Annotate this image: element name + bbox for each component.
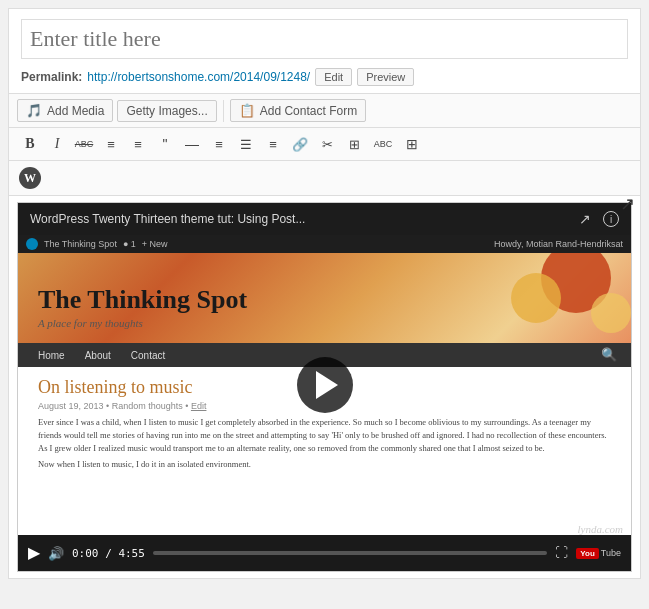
video-title: WordPress Twenty Thirteen theme tut: Usi… (30, 212, 305, 226)
play-triangle-icon (316, 371, 338, 399)
total-time: 4:55 (118, 547, 145, 560)
edit-permalink-button[interactable]: Edit (315, 68, 352, 86)
blog-nav-links: Home About Contact (28, 345, 175, 366)
strikethrough-button[interactable]: ABC (71, 132, 97, 156)
nav-about[interactable]: About (75, 345, 121, 366)
blog-post-text: Ever since I was a child, when I listen … (38, 416, 611, 454)
add-media-button[interactable]: 🎵 Add Media (17, 99, 113, 122)
time-separator: / (105, 547, 118, 560)
bold-button[interactable]: B (17, 132, 43, 156)
admin-bar-right: Howdy, Motian Rand-Hendriksat (494, 239, 623, 249)
unlink-button[interactable]: ✂ (314, 132, 340, 156)
video-controls-bar: ▶ 🔊 0:00 / 4:55 ⛶ You Tube (18, 535, 631, 571)
admin-bar: The Thinking Spot ● 1 + New Howdy, Motia… (18, 235, 631, 253)
italic-button[interactable]: I (44, 132, 70, 156)
admin-comment-count: ● 1 (123, 239, 136, 249)
toolbar-row-1: 🎵 Add Media Getty Images... 📋 Add Contac… (9, 93, 640, 128)
youtube-badge: You Tube (576, 548, 621, 559)
video-preview-container: WordPress Twenty Thirteen theme tut: Usi… (17, 202, 632, 572)
decorative-circle-3 (591, 293, 631, 333)
youtube-icon: You (576, 548, 599, 559)
ol-list-button[interactable]: ≡ (125, 132, 151, 156)
blockquote-button[interactable]: " (152, 132, 178, 156)
ul-list-button[interactable]: ≡ (98, 132, 124, 156)
preview-button[interactable]: Preview (357, 68, 414, 86)
blog-header: The Thinking Spot A place for my thought… (18, 253, 631, 343)
add-contact-form-button[interactable]: 📋 Add Contact Form (230, 99, 366, 122)
hr-button[interactable]: — (179, 132, 205, 156)
title-input[interactable] (21, 19, 628, 59)
insert-button[interactable]: ⊞ (341, 132, 367, 156)
add-contact-form-label: Add Contact Form (260, 104, 357, 118)
play-pause-button[interactable]: ▶ (28, 545, 40, 561)
contact-form-icon: 📋 (239, 103, 255, 118)
getty-images-button[interactable]: Getty Images... (117, 100, 216, 122)
decorative-circle-2 (511, 273, 561, 323)
media-icon: 🎵 (26, 103, 42, 118)
post-date: August 19, 2013 (38, 401, 104, 411)
blog-title: The Thinking Spot (38, 285, 247, 315)
share-icon[interactable]: ↗ (579, 211, 591, 227)
blog-search-icon[interactable]: 🔍 (597, 343, 621, 367)
current-time: 0:00 (72, 547, 99, 560)
video-header-icons: ↗ i (579, 211, 619, 227)
grid-button[interactable]: ⊞ (399, 132, 425, 156)
toolbar-row-3: W (9, 161, 640, 196)
post-category: Random thoughts (112, 401, 183, 411)
align-left-button[interactable]: ≡ (206, 132, 232, 156)
blog-post-text2: Now when I listen to music, I do it in a… (38, 458, 611, 471)
align-center-button[interactable]: ☰ (233, 132, 259, 156)
fullscreen-icon[interactable]: ⛶ (555, 545, 568, 561)
nav-contact[interactable]: Contact (121, 345, 175, 366)
wp-admin-logo (26, 238, 38, 250)
align-right-button[interactable]: ≡ (260, 132, 286, 156)
admin-new-link: + New (142, 239, 168, 249)
volume-button[interactable]: 🔊 (48, 546, 64, 561)
time-display: 0:00 / 4:55 (72, 547, 145, 560)
getty-label: Getty Images... (126, 104, 207, 118)
play-button[interactable] (297, 357, 353, 413)
post-edit-link[interactable]: Edit (191, 401, 207, 411)
toolbar-row-2: B I ABC ≡ ≡ " — ≡ ☰ ≡ 🔗 ✂ ⊞ ABC ⊞ (9, 128, 640, 161)
blog-preview: The Thinking Spot ● 1 + New Howdy, Motia… (18, 235, 631, 535)
toolbar-separator-1 (223, 100, 224, 122)
permalink-link[interactable]: http://robertsonshome.com/2014/09/1248/ (87, 70, 310, 84)
editor-container: Permalink: http://robertsonshome.com/201… (8, 8, 641, 579)
title-area (9, 9, 640, 65)
wordpress-icon: W (19, 167, 41, 189)
info-icon[interactable]: i (603, 211, 619, 227)
blog-subtitle: A place for my thoughts (38, 317, 143, 329)
permalink-label: Permalink: (21, 70, 82, 84)
link-button[interactable]: 🔗 (287, 132, 313, 156)
nav-home[interactable]: Home (28, 345, 75, 366)
video-header-bar: WordPress Twenty Thirteen theme tut: Usi… (18, 203, 631, 235)
permalink-bar: Permalink: http://robertsonshome.com/201… (9, 65, 640, 93)
blog-name-admin: The Thinking Spot (44, 239, 117, 249)
add-media-label: Add Media (47, 104, 104, 118)
youtube-text: Tube (601, 548, 621, 558)
spell-check-button[interactable]: ABC (368, 132, 398, 156)
progress-bar[interactable] (153, 551, 547, 555)
